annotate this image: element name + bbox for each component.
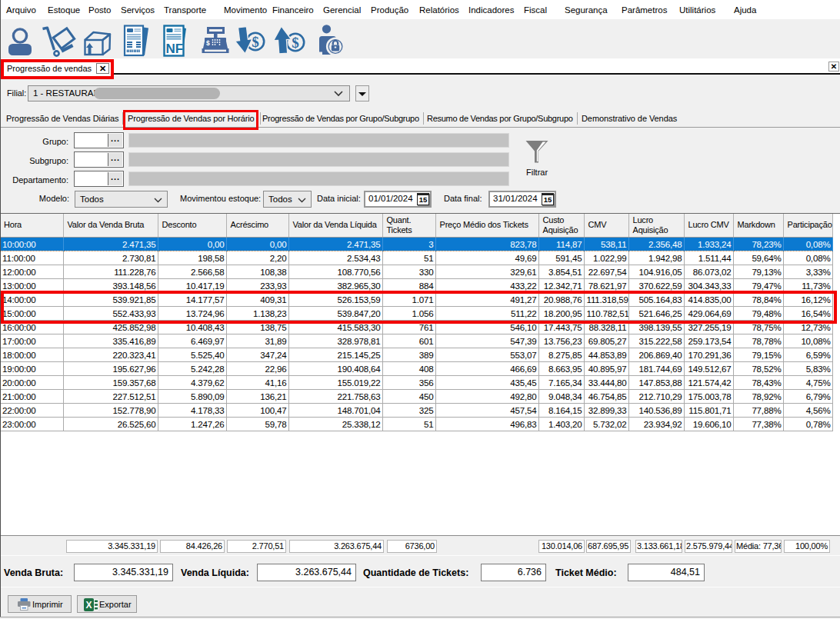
svg-text:$: $ (292, 35, 299, 51)
svg-text:$: $ (252, 34, 259, 50)
svg-text:$: $ (206, 39, 210, 47)
svg-text:NF: NF (166, 42, 184, 56)
svg-text:X: X (85, 600, 92, 611)
